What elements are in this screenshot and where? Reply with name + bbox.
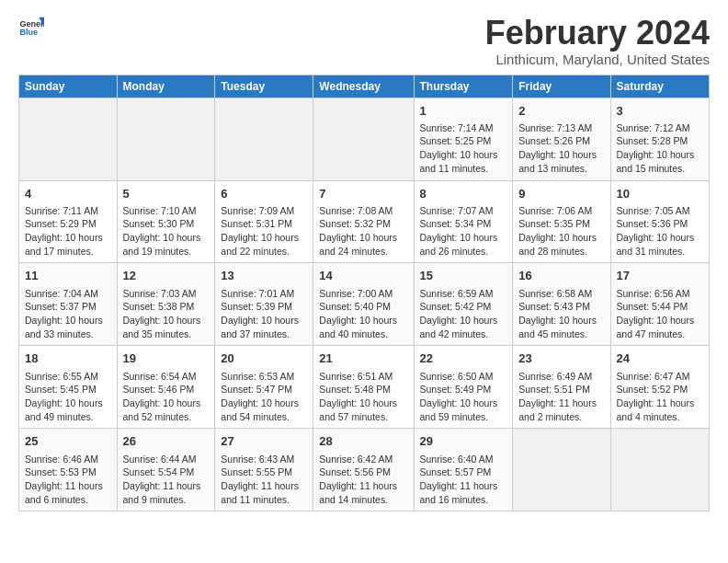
day-number: 1	[420, 103, 507, 120]
calendar-day-cell: 26Sunrise: 6:44 AM Sunset: 5:54 PM Dayli…	[117, 429, 215, 511]
day-number: 11	[25, 268, 111, 284]
day-number: 21	[319, 350, 407, 367]
day-info: Sunrise: 7:12 AM Sunset: 5:28 PM Dayligh…	[617, 121, 703, 176]
day-info: Sunrise: 6:46 AM Sunset: 5:53 PM Dayligh…	[25, 453, 111, 507]
day-number: 15	[420, 268, 507, 284]
calendar-day-cell: 1Sunrise: 7:14 AM Sunset: 5:25 PM Daylig…	[414, 98, 513, 180]
calendar-day-cell: 29Sunrise: 6:40 AM Sunset: 5:57 PM Dayli…	[414, 429, 513, 511]
day-number: 9	[518, 186, 604, 202]
calendar-day-cell: 9Sunrise: 7:06 AM Sunset: 5:35 PM Daylig…	[513, 180, 610, 263]
calendar-week-row: 25Sunrise: 6:46 AM Sunset: 5:53 PM Dayli…	[19, 429, 710, 511]
calendar-day-cell	[313, 98, 414, 180]
calendar-day-cell: 8Sunrise: 7:07 AM Sunset: 5:34 PM Daylig…	[414, 180, 513, 263]
calendar-day-cell: 14Sunrise: 7:00 AM Sunset: 5:40 PM Dayli…	[313, 263, 414, 346]
calendar-day-cell: 20Sunrise: 6:53 AM Sunset: 5:47 PM Dayli…	[215, 346, 313, 429]
day-number: 24	[617, 350, 703, 367]
day-info: Sunrise: 7:05 AM Sunset: 5:36 PM Dayligh…	[617, 204, 703, 259]
day-number: 20	[221, 350, 307, 367]
day-number: 23	[518, 350, 604, 367]
calendar-day-cell: 28Sunrise: 6:42 AM Sunset: 5:56 PM Dayli…	[313, 429, 414, 511]
day-info: Sunrise: 7:10 AM Sunset: 5:30 PM Dayligh…	[123, 204, 210, 259]
svg-text:Blue: Blue	[19, 28, 38, 37]
day-number: 5	[123, 186, 210, 202]
calendar-day-cell: 17Sunrise: 6:56 AM Sunset: 5:44 PM Dayli…	[610, 263, 709, 346]
calendar-week-row: 11Sunrise: 7:04 AM Sunset: 5:37 PM Dayli…	[19, 263, 710, 346]
day-info: Sunrise: 7:00 AM Sunset: 5:40 PM Dayligh…	[319, 287, 407, 341]
day-of-week-header: Monday	[117, 75, 215, 98]
day-of-week-header: Saturday	[610, 75, 709, 98]
day-info: Sunrise: 7:13 AM Sunset: 5:26 PM Dayligh…	[518, 121, 604, 176]
day-of-week-header: Thursday	[414, 75, 513, 98]
day-of-week-header: Sunday	[19, 75, 118, 98]
calendar-day-cell	[215, 98, 313, 180]
calendar-week-row: 1Sunrise: 7:14 AM Sunset: 5:25 PM Daylig…	[19, 98, 710, 180]
day-of-week-header: Tuesday	[215, 75, 313, 98]
day-info: Sunrise: 6:56 AM Sunset: 5:44 PM Dayligh…	[617, 287, 703, 341]
calendar-day-cell	[19, 98, 118, 180]
day-info: Sunrise: 6:40 AM Sunset: 5:57 PM Dayligh…	[420, 453, 507, 507]
day-number: 14	[319, 268, 407, 284]
day-info: Sunrise: 7:03 AM Sunset: 5:38 PM Dayligh…	[123, 287, 210, 341]
day-number: 12	[123, 268, 210, 284]
calendar-day-cell	[513, 429, 610, 511]
calendar-day-cell: 7Sunrise: 7:08 AM Sunset: 5:32 PM Daylig…	[313, 180, 414, 263]
day-number: 18	[25, 350, 111, 367]
calendar-week-row: 18Sunrise: 6:55 AM Sunset: 5:45 PM Dayli…	[19, 346, 710, 429]
title-section: February 2024 Linthicum, Maryland, Unite…	[485, 15, 710, 67]
day-of-week-header: Wednesday	[313, 75, 414, 98]
day-info: Sunrise: 6:43 AM Sunset: 5:55 PM Dayligh…	[221, 453, 307, 507]
day-info: Sunrise: 6:49 AM Sunset: 5:51 PM Dayligh…	[518, 370, 604, 424]
day-info: Sunrise: 7:14 AM Sunset: 5:25 PM Dayligh…	[420, 121, 507, 176]
day-info: Sunrise: 7:01 AM Sunset: 5:39 PM Dayligh…	[221, 287, 307, 341]
day-number: 16	[518, 268, 604, 284]
day-info: Sunrise: 7:08 AM Sunset: 5:32 PM Dayligh…	[319, 204, 407, 259]
day-info: Sunrise: 6:44 AM Sunset: 5:54 PM Dayligh…	[123, 453, 210, 507]
day-info: Sunrise: 6:51 AM Sunset: 5:48 PM Dayligh…	[319, 370, 407, 424]
day-number: 13	[221, 268, 307, 284]
calendar-header-row: SundayMondayTuesdayWednesdayThursdayFrid…	[19, 75, 710, 98]
calendar-day-cell: 15Sunrise: 6:59 AM Sunset: 5:42 PM Dayli…	[414, 263, 513, 346]
day-number: 26	[123, 433, 210, 450]
calendar-day-cell: 2Sunrise: 7:13 AM Sunset: 5:26 PM Daylig…	[513, 98, 610, 180]
day-number: 10	[617, 186, 703, 202]
calendar-day-cell: 18Sunrise: 6:55 AM Sunset: 5:45 PM Dayli…	[19, 346, 118, 429]
day-info: Sunrise: 7:09 AM Sunset: 5:31 PM Dayligh…	[221, 204, 307, 259]
calendar-day-cell: 4Sunrise: 7:11 AM Sunset: 5:29 PM Daylig…	[19, 180, 118, 263]
day-info: Sunrise: 6:42 AM Sunset: 5:56 PM Dayligh…	[319, 453, 407, 507]
page-header: General Blue February 2024 Linthicum, Ma…	[18, 15, 710, 67]
day-number: 17	[617, 268, 703, 284]
day-info: Sunrise: 6:55 AM Sunset: 5:45 PM Dayligh…	[25, 370, 111, 424]
day-number: 8	[420, 186, 507, 202]
day-info: Sunrise: 6:54 AM Sunset: 5:46 PM Dayligh…	[123, 370, 210, 424]
day-info: Sunrise: 6:47 AM Sunset: 5:52 PM Dayligh…	[617, 370, 703, 424]
day-number: 27	[221, 433, 307, 450]
day-number: 28	[319, 433, 407, 450]
calendar-day-cell	[117, 98, 215, 180]
logo-icon: General Blue	[18, 15, 44, 40]
calendar-day-cell: 23Sunrise: 6:49 AM Sunset: 5:51 PM Dayli…	[513, 346, 610, 429]
calendar-day-cell: 6Sunrise: 7:09 AM Sunset: 5:31 PM Daylig…	[215, 180, 313, 263]
day-number: 7	[319, 186, 407, 202]
calendar-day-cell: 11Sunrise: 7:04 AM Sunset: 5:37 PM Dayli…	[19, 263, 118, 346]
day-info: Sunrise: 7:07 AM Sunset: 5:34 PM Dayligh…	[420, 204, 507, 259]
calendar-day-cell: 24Sunrise: 6:47 AM Sunset: 5:52 PM Dayli…	[610, 346, 709, 429]
day-info: Sunrise: 7:06 AM Sunset: 5:35 PM Dayligh…	[518, 204, 604, 259]
calendar-day-cell: 25Sunrise: 6:46 AM Sunset: 5:53 PM Dayli…	[19, 429, 118, 511]
day-number: 6	[221, 186, 307, 202]
calendar-day-cell: 10Sunrise: 7:05 AM Sunset: 5:36 PM Dayli…	[610, 180, 709, 263]
day-number: 3	[617, 103, 703, 120]
day-number: 2	[518, 103, 604, 120]
day-info: Sunrise: 6:53 AM Sunset: 5:47 PM Dayligh…	[221, 370, 307, 424]
day-number: 25	[25, 433, 111, 450]
day-info: Sunrise: 6:59 AM Sunset: 5:42 PM Dayligh…	[420, 287, 507, 341]
page-subtitle: Linthicum, Maryland, United States	[485, 52, 710, 67]
day-number: 29	[420, 433, 507, 450]
calendar-day-cell: 22Sunrise: 6:50 AM Sunset: 5:49 PM Dayli…	[414, 346, 513, 429]
day-of-week-header: Friday	[513, 75, 610, 98]
logo: General Blue	[18, 15, 44, 40]
calendar-day-cell: 19Sunrise: 6:54 AM Sunset: 5:46 PM Dayli…	[117, 346, 215, 429]
calendar-day-cell: 27Sunrise: 6:43 AM Sunset: 5:55 PM Dayli…	[215, 429, 313, 511]
calendar-day-cell: 21Sunrise: 6:51 AM Sunset: 5:48 PM Dayli…	[313, 346, 414, 429]
day-info: Sunrise: 6:58 AM Sunset: 5:43 PM Dayligh…	[518, 287, 604, 341]
day-number: 19	[123, 350, 210, 367]
